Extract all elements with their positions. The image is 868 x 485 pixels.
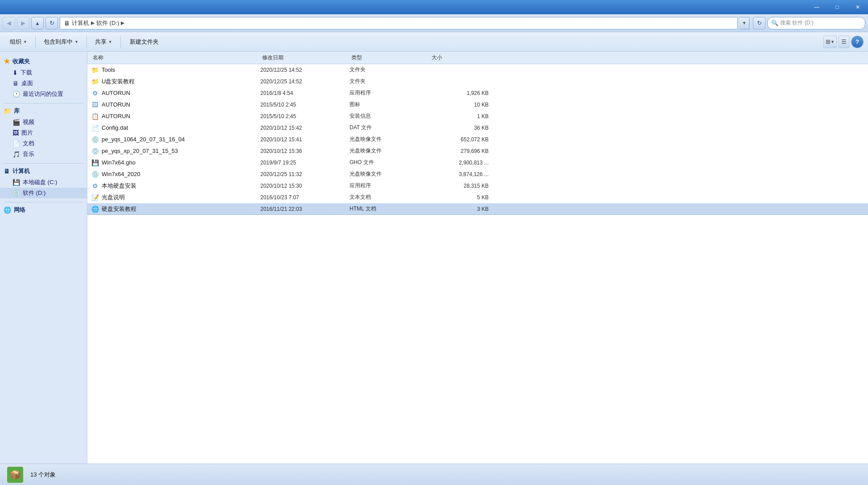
file-name-cell: 🖼 AUTORUN [91, 101, 260, 109]
sidebar-item-download[interactable]: ⬇ 下载 [0, 67, 87, 78]
docs-icon: 📄 [12, 140, 20, 147]
search-box[interactable]: 🔍 搜索 软件 (D:) [767, 17, 865, 29]
view-icon: ⊞ [826, 38, 831, 45]
refresh-button2[interactable]: ↻ [753, 17, 765, 29]
sidebar-header-computer[interactable]: 🖥 计算机 [0, 165, 87, 177]
desktop-icon: 🖥 [12, 80, 19, 87]
file-name-cell: 📁 Tools [91, 66, 260, 74]
details-view-button[interactable]: ☰ [839, 36, 849, 48]
minimize-button[interactable]: — [806, 0, 827, 14]
file-name-cell: 💿 pe_yqs_xp_20_07_31_15_53 [91, 147, 260, 155]
network-label: 网络 [14, 206, 25, 214]
file-name-cell: ⚙ AUTORUN [91, 89, 260, 97]
file-type-icon: 📋 [91, 112, 99, 120]
refresh-button[interactable]: ↻ [45, 17, 58, 29]
file-type-label: 应用程序 [350, 182, 430, 189]
table-row[interactable]: 🌐 硬盘安装教程 2016/11/21 22:03 HTML 文档 3 KB [87, 203, 868, 215]
file-name-cell: 🌐 硬盘安装教程 [91, 205, 260, 213]
address-path[interactable]: 🖥 计算机 ▶ 软件 (D:) ▶ [60, 17, 738, 29]
table-row[interactable]: 📄 Config.dat 2020/10/12 15:42 DAT 文件 36 … [87, 122, 868, 134]
file-name-cell: 💿 pe_yqs_1064_20_07_31_16_04 [91, 136, 260, 144]
drive-d-label: 软件 (D:) [23, 189, 45, 197]
file-name: AUTORUN [102, 101, 130, 108]
column-headers: 名称 修改日期 类型 大小 [87, 52, 868, 64]
table-row[interactable]: 💾 Win7x64.gho 2019/9/7 19:25 GHO 文件 2,90… [87, 157, 868, 169]
table-row[interactable]: ⚙ 本地硬盘安装 2020/10/12 15:30 应用程序 28,315 KB [87, 180, 868, 192]
sidebar-item-desktop[interactable]: 🖥 桌面 [0, 78, 87, 89]
recent-icon: 🕐 [12, 90, 20, 98]
path-sep1: ▶ [91, 20, 95, 26]
col-name[interactable]: 名称 [91, 54, 260, 62]
file-size: 2,900,813 ... [430, 160, 492, 166]
table-row[interactable]: 🖼 AUTORUN 2015/5/10 2:45 图标 10 KB [87, 99, 868, 111]
file-type-icon: 📄 [91, 124, 99, 132]
sidebar-header-library[interactable]: 📁 库 [0, 105, 87, 117]
col-size[interactable]: 大小 [430, 54, 492, 62]
file-name-cell: 📋 AUTORUN [91, 112, 260, 120]
up-button[interactable]: ▲ [31, 17, 44, 29]
maximize-button[interactable]: □ [827, 0, 847, 14]
file-type-icon: 🖼 [91, 101, 99, 109]
view-arrow: ▼ [831, 40, 835, 44]
desktop-label: 桌面 [21, 79, 33, 87]
file-name: Tools [102, 66, 115, 73]
file-size: 652,072 KB [430, 136, 492, 143]
table-row[interactable]: 💿 pe_yqs_xp_20_07_31_15_53 2020/10/12 15… [87, 145, 868, 157]
file-type-icon: 🌐 [91, 205, 99, 213]
toolbar-sep2 [86, 36, 87, 48]
path-drive-label: 软件 (D:) [96, 19, 119, 27]
drive-d-icon: 💿 [12, 189, 20, 197]
table-row[interactable]: 📁 Tools 2020/12/25 14:52 文件夹 [87, 64, 868, 76]
path-computer-label: 计算机 [72, 19, 89, 27]
include-arrow: ▼ [74, 40, 78, 44]
col-modified[interactable]: 修改日期 [260, 54, 350, 62]
sidebar-item-pictures[interactable]: 🖼 图片 [0, 127, 87, 138]
file-size: 279,696 KB [430, 148, 492, 154]
table-row[interactable]: 💿 pe_yqs_1064_20_07_31_16_04 2020/10/12 … [87, 134, 868, 145]
file-name-cell: 📝 光盘说明 [91, 193, 260, 201]
table-row[interactable]: 📋 AUTORUN 2015/5/10 2:45 安装信息 1 KB [87, 111, 868, 122]
sidebar-item-video[interactable]: 🎬 视频 [0, 117, 87, 127]
organize-button[interactable]: 组织 ▼ [4, 34, 33, 49]
sidebar-item-music[interactable]: 🎵 音乐 [0, 149, 87, 160]
file-type-label: DAT 文件 [350, 124, 430, 132]
docs-label: 文档 [23, 140, 34, 148]
sidebar-item-drive-c[interactable]: 💾 本地磁盘 (C:) [0, 177, 87, 188]
table-row[interactable]: 📁 U盘安装教程 2020/12/25 14:52 文件夹 [87, 76, 868, 87]
table-row[interactable]: ⚙ AUTORUN 2016/1/8 4:54 应用程序 1,926 KB [87, 87, 868, 99]
file-size: 3 KB [430, 206, 492, 212]
sidebar-header-favorites[interactable]: ★ 收藏夹 [0, 55, 87, 67]
forward-button[interactable]: ▶ [17, 17, 29, 29]
recent-label: 最近访问的位置 [23, 90, 63, 98]
close-button[interactable]: ✕ [847, 0, 868, 14]
sidebar-item-drive-d[interactable]: 💿 软件 (D:) [0, 188, 87, 198]
download-icon: ⬇ [12, 69, 18, 76]
file-date: 2015/5/10 2:45 [260, 102, 350, 108]
include-button[interactable]: 包含到库中 ▼ [38, 34, 84, 49]
file-name-cell: 📁 U盘安装教程 [91, 78, 260, 86]
sidebar-item-docs[interactable]: 📄 文档 [0, 138, 87, 149]
file-name: AUTORUN [102, 90, 130, 96]
back-button[interactable]: ◀ [3, 17, 15, 29]
music-label: 音乐 [23, 150, 34, 158]
divider3 [4, 202, 83, 202]
table-row[interactable]: 📝 光盘说明 2016/10/23 7:07 文本文档 5 KB [87, 192, 868, 203]
drive-c-icon: 💾 [12, 179, 20, 186]
path-computer-icon: 🖥 [64, 20, 70, 27]
main-content: ★ 收藏夹 ⬇ 下载 🖥 桌面 🕐 最近访问的位置 📁 库 [0, 52, 868, 464]
file-type-icon: 📝 [91, 193, 99, 201]
table-row[interactable]: 💿 Win7x64_2020 2020/12/25 11:32 光盘映像文件 3… [87, 169, 868, 180]
sidebar-header-network[interactable]: 🌐 网络 [0, 204, 87, 216]
file-type-icon: ⚙ [91, 182, 99, 190]
address-dropdown[interactable]: ▼ [740, 17, 749, 29]
view-toggle-button[interactable]: ⊞ ▼ [823, 36, 837, 48]
col-type[interactable]: 类型 [350, 54, 430, 62]
sidebar-item-recent[interactable]: 🕐 最近访问的位置 [0, 89, 87, 99]
file-name-cell: 💾 Win7x64.gho [91, 159, 260, 167]
file-date: 2020/12/25 14:52 [260, 67, 350, 73]
new-folder-button[interactable]: 新建文件夹 [123, 34, 165, 49]
help-button[interactable]: ? [851, 36, 864, 48]
share-button[interactable]: 共享 ▼ [90, 34, 118, 49]
organize-arrow: ▼ [23, 40, 27, 44]
file-name: Config.dat [102, 124, 128, 131]
